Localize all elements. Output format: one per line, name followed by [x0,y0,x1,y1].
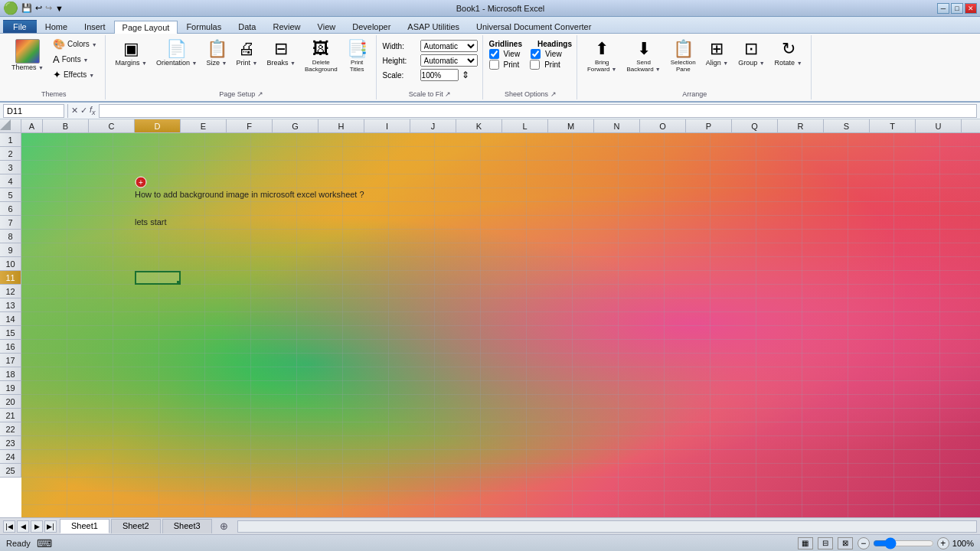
formula-input[interactable] [99,104,977,118]
col-header-I[interactable]: I [364,119,410,133]
row-15[interactable]: 15 [0,326,21,340]
scale-input[interactable] [420,69,459,81]
scale-expand-icon[interactable]: ↗ [445,90,451,98]
zoom-in-button[interactable]: + [937,537,949,549]
headings-view-checkbox[interactable] [531,49,541,59]
themes-button[interactable]: Themes ▼ [8,37,47,73]
col-header-N[interactable]: N [594,119,640,133]
colors-button[interactable]: 🎨 Colors ▼ [50,37,100,51]
tab-data[interactable]: Data [230,20,264,33]
row-3[interactable]: 3 [0,161,21,174]
row-2[interactable]: 2 [0,147,21,161]
col-header-V[interactable]: V [962,119,980,133]
horizontal-scrollbar[interactable] [237,520,977,533]
gridlines-print-checkbox[interactable] [489,60,499,70]
scale-spin-icon[interactable]: ⇕ [462,70,469,80]
sheet-nav-last[interactable]: ▶| [44,520,57,533]
quick-access-dropdown[interactable]: ▼ [55,4,64,13]
col-header-C[interactable]: C [89,119,135,133]
row-6[interactable]: 6 [0,202,21,216]
row-25[interactable]: 25 [0,464,21,478]
maximize-button[interactable]: □ [951,3,963,14]
col-header-H[interactable]: H [318,119,364,133]
size-button[interactable]: 📋 Size ▼ [203,37,231,69]
tab-udc[interactable]: Universal Document Converter [468,20,599,33]
row-16[interactable]: 16 [0,340,21,354]
page-setup-expand-icon[interactable]: ↗ [257,90,263,98]
row-12[interactable]: 12 [0,285,21,298]
quick-access-undo[interactable]: ↩ [35,3,42,13]
cells-area[interactable]: How to add background image in microsoft… [21,133,980,517]
zoom-out-button[interactable]: − [858,537,870,549]
sheet-options-expand-icon[interactable]: ↗ [550,90,557,98]
orientation-button[interactable]: 📄 Orientation ▼ [152,37,201,69]
col-header-U[interactable]: U [916,119,962,133]
page-layout-view-button[interactable]: ⊟ [818,537,833,549]
sheet-tab-add[interactable]: ⊕ [214,519,234,533]
margins-button[interactable]: ▣ Margins ▼ [112,37,151,69]
row-18[interactable]: 18 [0,367,21,381]
col-header-S[interactable]: S [824,119,870,133]
row-20[interactable]: 20 [0,395,21,409]
zoom-slider[interactable] [873,540,934,546]
cancel-formula-icon[interactable]: ✕ [71,106,78,116]
sheet-tab-1[interactable]: Sheet1 [60,519,109,533]
tab-page-layout[interactable]: Page Layout [114,21,178,34]
row-7[interactable]: 7 [0,216,21,230]
col-header-G[interactable]: G [273,119,318,133]
send-backward-button[interactable]: ⬇ SendBackward ▼ [622,37,664,75]
width-select[interactable]: Automatic [420,40,478,52]
row-23[interactable]: 23 [0,436,21,450]
col-header-J[interactable]: J [410,119,456,133]
col-header-L[interactable]: L [502,119,548,133]
sheet-tab-3[interactable]: Sheet3 [162,519,212,533]
selection-pane-button[interactable]: 📋 SelectionPane [667,37,700,75]
print-titles-button[interactable]: 📑 PrintTitles [343,37,371,75]
quick-access-redo[interactable]: ↪ [45,3,52,13]
row-4[interactable]: 4 [0,174,21,188]
row-8[interactable]: 8 [0,230,21,243]
row-24[interactable]: 24 [0,450,21,464]
tab-developer[interactable]: Developer [344,20,399,33]
row-19[interactable]: 19 [0,381,21,395]
row-5[interactable]: 5 [0,188,21,202]
name-box[interactable] [3,104,64,118]
gridlines-view-checkbox[interactable] [489,49,499,59]
row-21[interactable]: 21 [0,409,21,422]
col-header-T[interactable]: T [870,119,916,133]
tab-file[interactable]: File [3,20,37,33]
delete-background-button[interactable]: 🖼 DeleteBackground [301,37,341,75]
tab-view[interactable]: View [309,20,345,33]
print-area-button[interactable]: 🖨 Print ▼ [233,37,262,69]
bring-forward-button[interactable]: ⬆ BringForward ▼ [583,37,621,75]
quick-access-save[interactable]: 💾 [21,3,32,13]
col-header-E[interactable]: E [181,119,227,133]
confirm-formula-icon[interactable]: ✓ [80,106,87,116]
row-13[interactable]: 13 [0,298,21,312]
close-button[interactable]: ✕ [965,3,977,14]
row-17[interactable]: 17 [0,354,21,367]
col-header-R[interactable]: R [778,119,824,133]
tab-home[interactable]: Home [37,20,76,33]
row-1[interactable]: 1 [0,133,21,147]
breaks-button[interactable]: ⊟ Breaks ▼ [263,37,299,69]
corner-cell[interactable] [0,119,21,133]
page-break-view-button[interactable]: ⊠ [838,537,853,549]
tab-insert[interactable]: Insert [76,20,114,33]
row-14[interactable]: 14 [0,312,21,326]
rotate-button[interactable]: ↻ Rotate ▼ [771,37,806,69]
fonts-button[interactable]: A Fonts ▼ [50,52,100,67]
insert-function-icon[interactable]: fx [90,105,96,116]
normal-view-button[interactable]: ▦ [798,537,813,549]
align-button[interactable]: ⊞ Align ▼ [702,37,732,69]
tab-review[interactable]: Review [264,20,309,33]
col-header-M[interactable]: M [548,119,594,133]
tab-asap[interactable]: ASAP Utilities [399,20,468,33]
row-10[interactable]: 10 [0,257,21,271]
height-select[interactable]: Automatic [420,54,478,67]
col-header-Q[interactable]: Q [732,119,778,133]
effects-button[interactable]: ✦ Effects ▼ [50,67,100,82]
col-header-B[interactable]: B [43,119,89,133]
col-header-D[interactable]: D [135,119,181,133]
col-header-A[interactable]: A [21,119,43,133]
